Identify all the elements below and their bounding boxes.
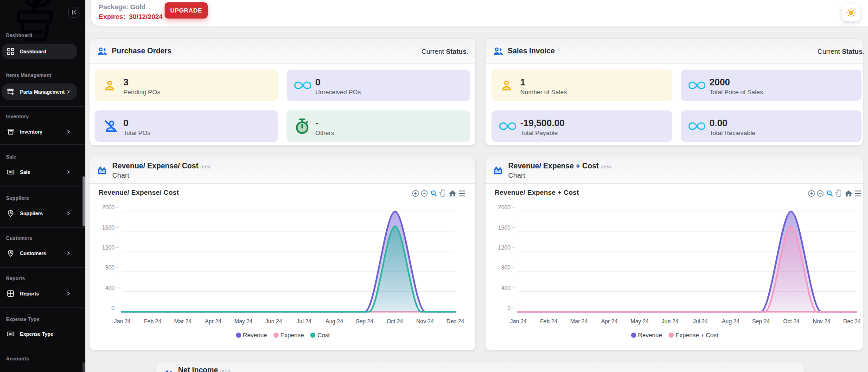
svg-text:Aug 24: Aug 24 [326,318,343,325]
svg-text:Feb 24: Feb 24 [144,318,162,325]
svg-text:100: 100 [9,171,13,173]
svg-text:Sep 24: Sep 24 [356,318,373,325]
svg-text:0: 0 [111,305,115,311]
svg-text:Jan 24: Jan 24 [114,318,131,325]
svg-text:Aug 24: Aug 24 [722,318,740,325]
svg-text:1600: 1600 [498,224,511,231]
svg-text:May 24: May 24 [631,318,649,325]
svg-text:Mar 24: Mar 24 [174,318,192,325]
svg-text:Dec 24: Dec 24 [843,318,861,325]
svg-text:800: 800 [105,264,115,271]
svg-text:400: 400 [501,285,511,291]
svg-text:1600: 1600 [102,224,115,231]
svg-text:Jul 24: Jul 24 [297,318,312,325]
svg-text:Nov 24: Nov 24 [416,318,434,325]
svg-text:Jun 24: Jun 24 [265,318,282,325]
svg-text:Apr 24: Apr 24 [205,318,222,325]
svg-text:Mar 24: Mar 24 [570,318,588,325]
svg-text:May 24: May 24 [234,318,253,325]
svg-text:Feb 24: Feb 24 [540,318,558,325]
svg-text:400: 400 [105,285,115,291]
svg-text:2000: 2000 [498,204,511,211]
svg-text:Jun 24: Jun 24 [662,318,678,325]
svg-text:Apr 24: Apr 24 [601,318,618,325]
svg-text:100: 100 [9,333,13,335]
svg-text:Jul 24: Jul 24 [693,318,708,325]
svg-text:1200: 1200 [498,244,511,251]
svg-text:Nov 24: Nov 24 [813,318,830,325]
svg-text:Jan 24: Jan 24 [510,318,527,325]
svg-text:Oct 24: Oct 24 [783,318,800,325]
svg-text:1200: 1200 [102,244,115,251]
svg-text:800: 800 [501,264,511,271]
svg-text:2000: 2000 [102,204,115,211]
svg-text:Oct 24: Oct 24 [387,318,403,325]
svg-text:Dec 24: Dec 24 [447,318,464,325]
svg-text:Sep 24: Sep 24 [752,318,770,325]
svg-text:0: 0 [507,305,511,311]
